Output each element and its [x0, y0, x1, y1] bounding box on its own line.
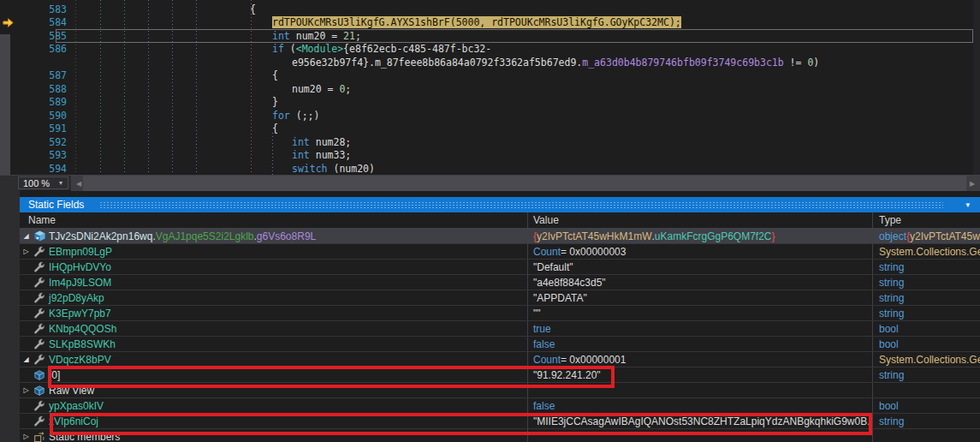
- table-row[interactable]: ypXpas0kIV false bool: [20, 398, 980, 414]
- expander-open-icon[interactable]: ◢: [20, 355, 33, 363]
- code-lines: 583{ 584rdTPOUKcMRsU3liKgfG.AYXS1shBrF(5…: [0, 0, 980, 175]
- code-line: 591{: [0, 122, 980, 136]
- wrench-icon: [33, 276, 46, 290]
- table-row[interactable]: zVIp6niCoj "MIIE3jCCAsagAwIBAgIQANOst53N…: [20, 414, 980, 429]
- line-number: 583: [0, 3, 67, 17]
- array-item-cube-icon: [33, 368, 46, 382]
- editor-bottom-bar: 100 % ▾ ◀ ▶: [0, 175, 980, 190]
- class-icon: [33, 230, 46, 243]
- code-line: 592int num28;: [0, 136, 980, 150]
- panel-collapse-chevron-icon[interactable]: ▾: [965, 200, 980, 209]
- current-statement-arrow-icon: [3, 17, 14, 28]
- wrench-icon: [33, 307, 46, 320]
- current-statement-box: [56, 29, 973, 43]
- drag-dots: [99, 201, 943, 209]
- code-line-wrap: e956e32b97f4}.m_87feee8b86a84a0792f3362a…: [0, 57, 980, 70]
- table-row-root-object[interactable]: ◢ TJv2sDNi2Ak2pn16wq.VgAJ1pqe5S2i2Lgklb.…: [20, 229, 980, 244]
- debugger-window: 583{ 584rdTPOUKcMRsU3liKgfG.AYXS1shBrF(5…: [0, 0, 980, 442]
- code-line: 587{: [0, 69, 980, 83]
- horizontal-scrollbar[interactable]: ◀ ▶: [71, 176, 980, 191]
- wrench-icon: [33, 399, 46, 413]
- expander-closed-icon[interactable]: ▷: [20, 248, 33, 255]
- table-row[interactable]: K3EpwY7pb7 "" string: [20, 306, 980, 321]
- table-row-array-item[interactable]: [0] "91.92.241.20" string: [20, 367, 980, 383]
- grid-column-headers: Name Value Type: [20, 212, 980, 229]
- table-row[interactable]: ◢ VDqczK8bPV Count = 0x00000001 System.C…: [20, 352, 980, 367]
- editor-left-splitter[interactable]: [0, 34, 10, 175]
- wrench-icon: [33, 322, 46, 336]
- static-fields-header[interactable]: Static Fields ▾: [20, 197, 980, 212]
- table-row-static-members[interactable]: ▷ Static members: [20, 429, 980, 442]
- panel-title: Static Fields: [28, 199, 84, 211]
- static-fields-panel: Static Fields ▾ Name Value Type ◢ TJv2sD…: [20, 197, 980, 442]
- code-line-current: 584rdTPOUKcMRsU3liKgfG.AYXS1shBrF(5000, …: [0, 16, 980, 30]
- code-line: 588num20 = 0;: [0, 83, 980, 97]
- scrollbar-thumb[interactable]: [83, 176, 966, 191]
- code-line: 586if (<Module>{e8f62ecb-c485-487f-bc32-: [0, 43, 980, 57]
- table-row-raw-view[interactable]: ▷ Raw View: [20, 383, 980, 398]
- wrench-icon: [33, 260, 46, 274]
- table-row[interactable]: Im4pJ9LSOM "a4e8f884c3d5" string: [20, 275, 980, 290]
- code-line: 590for (;;): [0, 110, 980, 123]
- zoom-dropdown-chevron-icon[interactable]: ▾: [54, 176, 68, 189]
- table-row[interactable]: KNbp4QQOSh true bool: [20, 321, 980, 337]
- wrench-icon: [33, 245, 46, 259]
- wrench-icon: [33, 337, 46, 351]
- table-row[interactable]: j92pD8yAkp "APPDATA" string: [20, 290, 980, 306]
- code-line: 583{: [0, 3, 980, 17]
- table-row[interactable]: SLKpB8SWKh false bool: [20, 337, 980, 352]
- static-members-icon: [33, 430, 46, 442]
- expander-open-icon[interactable]: ◢: [20, 232, 33, 240]
- code-line: 589}: [0, 96, 980, 110]
- highlighted-statement: rdTPOUKcMRsU3liKgfG.AYXS1shBrF(5000, rdT…: [272, 16, 681, 28]
- code-line: 593int num33;: [0, 149, 980, 163]
- code-line: 594switch (num20): [0, 163, 980, 176]
- expander-closed-icon[interactable]: ▷: [20, 386, 33, 394]
- expander-closed-icon[interactable]: ▷: [20, 433, 33, 440]
- vertical-scrollbar[interactable]: [973, 0, 980, 175]
- panel-gap: [20, 190, 980, 197]
- zoom-level-dropdown[interactable]: 100 %: [18, 176, 55, 189]
- wrench-icon: [33, 415, 46, 428]
- column-header-type[interactable]: Type: [873, 212, 980, 228]
- wrench-icon: [33, 353, 46, 367]
- column-header-value[interactable]: Value: [528, 212, 873, 228]
- table-row[interactable]: ▷ EBmpn09LgP Count = 0x00000003 System.C…: [20, 244, 980, 260]
- table-row[interactable]: IHQpHvDVYo "Default" string: [20, 260, 980, 275]
- column-header-name[interactable]: Name: [20, 212, 528, 228]
- scroll-right-icon[interactable]: ▶: [966, 176, 978, 191]
- raw-view-cube-icon: [33, 384, 46, 397]
- code-editor[interactable]: 583{ 584rdTPOUKcMRsU3liKgfG.AYXS1shBrF(5…: [0, 0, 980, 175]
- wrench-icon: [33, 291, 46, 305]
